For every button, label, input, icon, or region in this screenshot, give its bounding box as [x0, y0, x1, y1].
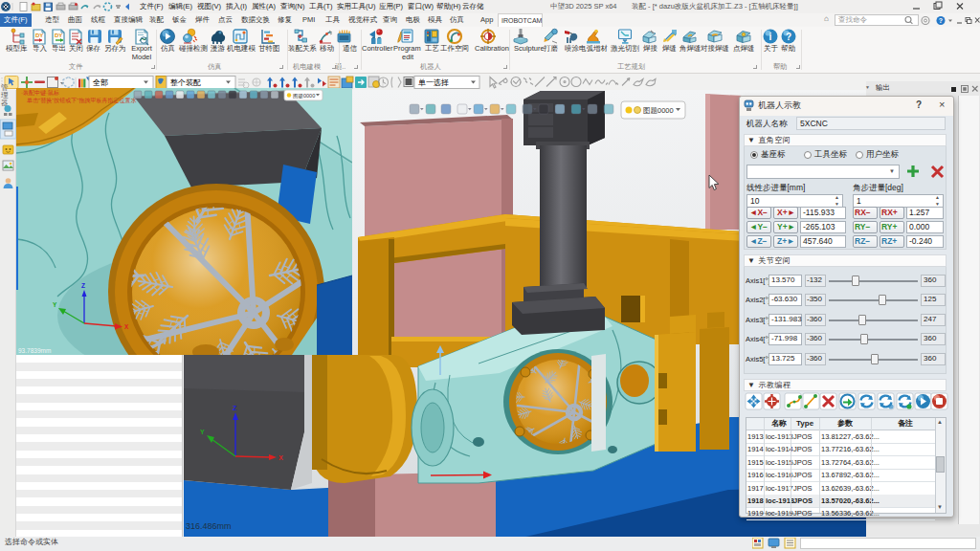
svg-text:X: X — [124, 323, 129, 330]
svg-text:Y: Y — [53, 301, 57, 308]
svg-text:316.486mm: 316.486mm — [186, 521, 232, 531]
svg-text:i: i — [769, 32, 772, 42]
svg-text:整个装配: 整个装配 — [170, 78, 201, 87]
svg-text:DY: DY — [55, 33, 62, 38]
svg-text:X: X — [278, 454, 283, 461]
svg-text:单一选择: 单一选择 — [418, 78, 449, 87]
svg-text:图题0000: 图题0000 — [293, 93, 315, 99]
svg-text:·装配中键·鼠标: ·装配中键·鼠标 — [21, 90, 59, 97]
svg-text:Z: Z — [233, 405, 237, 411]
svg-text:Z: Z — [81, 282, 85, 289]
svg-text:?: ? — [939, 17, 943, 24]
svg-text:93.7839mm: 93.7839mm — [18, 347, 51, 354]
svg-text:DY: DY — [35, 33, 43, 38]
svg-text:?: ? — [786, 32, 791, 42]
svg-text:全部: 全部 — [93, 78, 108, 87]
svg-text:单击"替换"按钮或下"拖拽甲板再指定位置水: 单击"替换"按钮或下"拖拽甲板再指定位置水 — [27, 97, 136, 104]
svg-text:Y: Y — [200, 429, 205, 435]
svg-text:图题0000: 图题0000 — [643, 106, 674, 115]
